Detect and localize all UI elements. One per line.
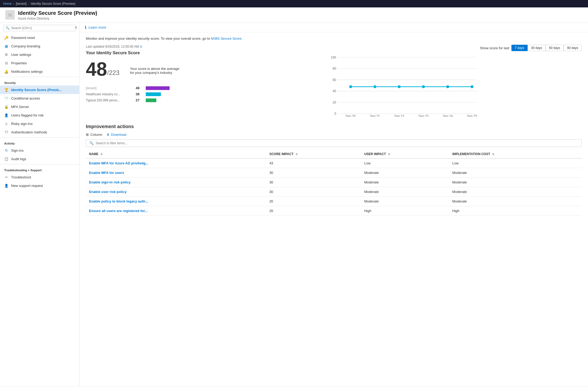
col-user-impact[interactable]: USER IMPACT ⇅ xyxy=(361,150,449,158)
col-name[interactable]: NAME ⇅ xyxy=(86,150,266,158)
sidebar-item-properties[interactable]: ⊟ Properties xyxy=(0,59,79,67)
sidebar-label-new-support: New support request xyxy=(11,184,43,188)
col-name-label: NAME xyxy=(89,152,98,156)
page-header: ▒▒ Identity Secure Score (Preview) Azure… xyxy=(0,7,588,23)
svg-text:Sep 22: Sep 22 xyxy=(394,114,404,117)
time-btn-7days[interactable]: 7 days xyxy=(511,45,528,51)
sidebar-item-identity-secure-score[interactable]: 🏆 Identity Secure Score (Previe... xyxy=(0,86,79,94)
description: Monitor and improve your identity securi… xyxy=(86,37,582,40)
tenant-logo: ▒▒ xyxy=(5,10,15,20)
breadcrumb-sep2: › xyxy=(28,2,29,6)
score-chart: Show score for last 7 days 30 days 60 da… xyxy=(224,45,582,118)
chart-area: 100 80 60 40 20 0 xyxy=(224,53,582,118)
sidebar-item-troubleshoot[interactable]: ✂ Troubleshoot xyxy=(0,173,79,181)
sidebar-label-notifications: Notifications settings xyxy=(11,70,43,74)
big-score: 48 /223 xyxy=(86,60,120,79)
warning-icon: ⚠ xyxy=(4,122,8,126)
cell-name-5[interactable]: Ensure all users are registered for... xyxy=(86,206,266,216)
sidebar-label-user-settings: User settings xyxy=(11,53,31,57)
score-bar-row-2: Typical 250-999 perso... 27 xyxy=(86,98,213,102)
time-btn-30days[interactable]: 30 days xyxy=(528,45,546,51)
activity-section-label: Activity xyxy=(0,139,79,146)
cell-impl-0: Low xyxy=(449,158,582,168)
actions-table: NAME ⇅ SCORE IMPACT ⇅ USER IMPACT ⇅ xyxy=(86,150,582,216)
time-btn-90days[interactable]: 90 days xyxy=(564,45,582,51)
cell-name-0[interactable]: Enable MFA for Azure AD priviledg... xyxy=(86,158,266,168)
learn-more-link[interactable]: Learn more xyxy=(89,25,106,29)
cell-name-4[interactable]: Enable policy to block legacy auth... xyxy=(86,197,266,206)
svg-text:Sep 21: Sep 21 xyxy=(370,114,380,117)
sidebar-label-users-flagged: Users flagged for risk xyxy=(11,113,44,117)
sidebar-collapse-button[interactable]: « xyxy=(75,25,77,30)
cell-name-1[interactable]: Enable MFA for users xyxy=(86,168,266,178)
sidebar-item-conditional-access[interactable]: 🛡 Conditional access xyxy=(0,94,79,102)
sidebar-label-audit-logs: Audit logs xyxy=(11,157,26,161)
column-button[interactable]: ⊞ Column xyxy=(86,133,102,137)
sidebar-item-mfa-server[interactable]: 🔒 MFA Server xyxy=(0,102,79,111)
score-bar-row-1: Healthcare industry co... 38 xyxy=(86,92,213,96)
table-row: Ensure all users are registered for... 2… xyxy=(86,206,582,216)
download-button[interactable]: ⬇ Download xyxy=(107,133,126,137)
last-updated-text: Last updated 9/26/2018, 12:00:00 AM xyxy=(86,45,139,48)
cell-user-1: Moderate xyxy=(361,168,449,178)
info-bar: ℹ Learn more xyxy=(79,23,588,32)
user-flag-icon: 👤 xyxy=(4,113,8,117)
filter-box[interactable]: 🔍 xyxy=(86,139,582,147)
sidebar-label-risky-signins: Risky sign-Ins xyxy=(11,122,33,126)
cell-user-0: Low xyxy=(361,158,449,168)
search-box[interactable]: 🔍 xyxy=(3,25,76,31)
score-section: Last updated 9/26/2018, 12:00:00 AM ℹ Yo… xyxy=(86,45,582,118)
sidebar-label-conditional-access: Conditional access xyxy=(11,96,40,100)
sidebar-item-risky-signins[interactable]: ⚠ Risky sign-Ins xyxy=(0,119,79,128)
breadcrumb-home[interactable]: Home xyxy=(3,2,12,6)
page-title: Identity Secure Score (Preview) xyxy=(18,10,97,16)
cell-impl-5: High xyxy=(449,206,582,216)
branding-icon: ▦ xyxy=(4,44,8,48)
sidebar-label-troubleshoot: Troubleshoot xyxy=(11,175,31,179)
logo-text: ▒▒ xyxy=(8,14,12,16)
col-impl-cost[interactable]: IMPLEMENTATION COST ⇅ xyxy=(449,150,582,158)
sidebar-item-auth-methods[interactable]: 🛡 Authentication methods xyxy=(0,128,79,136)
time-btn-60days[interactable]: 60 days xyxy=(546,45,564,51)
cell-name-2[interactable]: Enable sign-in risk policy xyxy=(86,178,266,187)
svg-text:60: 60 xyxy=(333,78,336,82)
score-bar-row-0: [tenant] 48 xyxy=(86,86,213,90)
col-user-sort-icon: ⇅ xyxy=(388,153,390,156)
search-input[interactable] xyxy=(11,26,74,30)
line-chart-svg: 100 80 60 40 20 0 xyxy=(224,53,582,117)
col-score-impact[interactable]: SCORE IMPACT ⇅ xyxy=(266,150,361,158)
page-subtitle: Azure Active Directory xyxy=(18,17,97,20)
col-user-label: USER IMPACT xyxy=(364,152,386,156)
svg-point-14 xyxy=(398,85,401,88)
cell-user-3: Moderate xyxy=(361,187,449,197)
sidebar-item-company-branding[interactable]: ▦ Company branding xyxy=(0,42,79,50)
cell-name-3[interactable]: Enable user risk policy xyxy=(86,187,266,197)
sidebar-item-audit-logs[interactable]: 📋 Audit logs xyxy=(0,155,79,163)
sidebar-item-notifications[interactable]: 🔔 Notifications settings xyxy=(0,67,79,76)
chart-label: Show score for last xyxy=(480,46,509,50)
sidebar-label-password-reset: Password reset xyxy=(11,36,35,40)
sidebar-item-password-reset[interactable]: 🔑 Password reset xyxy=(0,33,79,42)
settings-icon: ⚙ xyxy=(4,52,8,57)
filter-search-icon: 🔍 xyxy=(89,141,94,145)
search-icon: 🔍 xyxy=(6,26,10,30)
sidebar-label-properties: Properties xyxy=(11,61,27,65)
sidebar-item-new-support[interactable]: 👤 New support request xyxy=(0,181,79,190)
cell-user-4: Moderate xyxy=(361,197,449,206)
score-row: 48 /223 Your score is above the average … xyxy=(86,60,213,82)
layout: « 🔍 🔑 Password reset ▦ Company branding … xyxy=(0,23,588,386)
svg-point-15 xyxy=(422,85,425,88)
m365-link[interactable]: M365 Secure Score xyxy=(211,37,241,40)
trophy-icon: 🏆 xyxy=(4,88,8,92)
filter-input[interactable] xyxy=(96,141,578,145)
sidebar-item-sign-ins[interactable]: ↻ Sign-ins xyxy=(0,146,79,155)
sidebar: « 🔍 🔑 Password reset ▦ Company branding … xyxy=(0,23,79,386)
cell-score-0: 43 xyxy=(266,158,361,168)
sidebar-item-users-flagged[interactable]: 👤 Users flagged for risk xyxy=(0,111,79,119)
score-number: 48 xyxy=(86,60,107,79)
col-score-sort-icon: ⇅ xyxy=(295,153,298,156)
svg-text:20: 20 xyxy=(333,101,336,104)
svg-point-13 xyxy=(373,85,376,88)
sidebar-item-user-settings[interactable]: ⚙ User settings xyxy=(0,50,79,59)
lock-icon: 🔒 xyxy=(4,105,8,109)
